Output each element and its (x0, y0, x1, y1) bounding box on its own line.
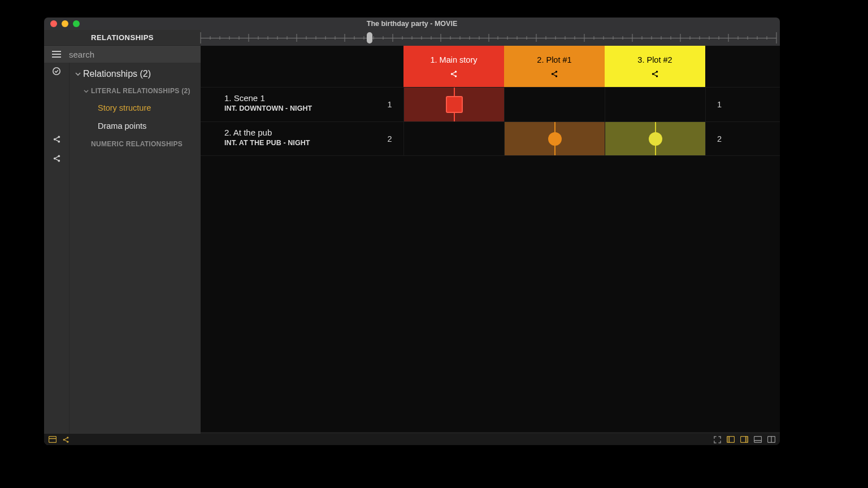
tree-item-label: Drama points (98, 121, 146, 130)
tree-group-numeric-label: NUMERIC RELATIONSHIPS (91, 140, 183, 148)
scene-marker-dot[interactable] (548, 132, 562, 146)
scene-number-left: 2 (376, 122, 403, 155)
ruler-knob[interactable] (367, 32, 372, 43)
scene-cell[interactable]: 1. Scene 1 INT. DOWNTOWN - NIGHT (201, 88, 376, 121)
tree-item-drama-points[interactable]: Drama points (70, 117, 201, 135)
share-icon[interactable] (62, 436, 70, 443)
scene-row: 2. At the pub INT. AT THE PUB - NIGHT 2 … (201, 121, 780, 156)
panel-right-icon[interactable] (740, 436, 748, 443)
scene-cell[interactable]: 2. At the pub INT. AT THE PUB - NIGHT (201, 122, 376, 155)
scene-row: 1. Scene 1 INT. DOWNTOWN - NIGHT 1 1 (201, 87, 780, 121)
share-icon[interactable] (53, 153, 61, 163)
tree-group-numeric[interactable]: NUMERIC RELATIONSHIPS (70, 136, 201, 152)
app-window: The birthday party - MOVIE RELATIONSHIPS (44, 18, 780, 445)
tree-root-label: Relationships (2) (83, 69, 151, 79)
share-icon (450, 70, 458, 78)
plot-header-label: 2. Plot #1 (537, 55, 571, 64)
sidebar: RELATIONSHIPS (44, 30, 201, 445)
share-icon (550, 70, 558, 78)
scene-number-right: 2 (705, 122, 733, 155)
plot-cell-plot-1[interactable] (504, 122, 605, 155)
plot-cell-plot-2[interactable] (605, 122, 705, 155)
sidebar-panel-title: RELATIONSHIPS (44, 30, 201, 46)
scene-number-left: 1 (376, 88, 403, 121)
fullscreen-icon[interactable] (714, 436, 721, 443)
scene-title: 1. Scene 1 (224, 93, 376, 103)
target-icon[interactable] (52, 66, 61, 76)
tree-item-story-structure[interactable]: Story structure (70, 99, 201, 117)
relationship-grid: 1. Main story 2. Plot #1 3. Plot #2 (201, 46, 780, 156)
plot-header-plot-2[interactable]: 3. Plot #2 (605, 46, 705, 87)
plot-header-label: 1. Main story (431, 55, 478, 64)
share-icon[interactable] (53, 134, 61, 144)
panel-split-icon[interactable] (767, 436, 775, 443)
svg-rect-25 (754, 436, 762, 442)
tree-group-literal-label: LITERAL RELATIONSHIPS (2) (91, 87, 190, 95)
plot-cell-plot-1[interactable] (504, 88, 605, 121)
timeline-ruler[interactable] (201, 30, 780, 46)
plot-cell-main-story[interactable] (403, 122, 504, 155)
menu-icon[interactable] (44, 51, 69, 58)
status-bar (44, 434, 780, 445)
grid-header: 1. Main story 2. Plot #1 3. Plot #2 (201, 46, 780, 87)
share-icon (651, 70, 659, 78)
tree-item-label: Story structure (98, 103, 151, 112)
scene-slug: INT. DOWNTOWN - NIGHT (224, 104, 376, 112)
plot-cell-plot-2[interactable] (605, 88, 705, 121)
chevron-down-icon (73, 71, 83, 77)
window-title: The birthday party - MOVIE (44, 20, 780, 28)
plot-header-main-story[interactable]: 1. Main story (403, 46, 504, 87)
scene-marker-square[interactable] (446, 96, 463, 113)
main-area: 1. Main story 2. Plot #1 3. Plot #2 (201, 30, 780, 445)
plot-header-plot-1[interactable]: 2. Plot #1 (504, 46, 605, 87)
scene-slug: INT. AT THE PUB - NIGHT (224, 139, 376, 147)
tree-root[interactable]: Relationships (2) (70, 65, 201, 83)
plot-cell-main-story[interactable] (403, 88, 504, 121)
search-input[interactable] (69, 50, 201, 59)
search-row (44, 46, 201, 63)
layout-icon[interactable] (49, 436, 57, 443)
tree-group-literal[interactable]: LITERAL RELATIONSHIPS (2) (70, 83, 201, 99)
svg-rect-17 (49, 436, 57, 442)
scene-marker-dot[interactable] (649, 132, 662, 146)
chevron-down-icon (81, 89, 91, 94)
panel-bottom-icon[interactable] (754, 436, 762, 443)
panel-left-icon[interactable] (727, 436, 735, 443)
scene-number-right: 1 (705, 88, 733, 121)
scene-title: 2. At the pub (224, 128, 376, 137)
sidebar-gutter (44, 63, 69, 445)
plot-header-label: 3. Plot #2 (637, 55, 672, 64)
sidebar-tree: Relationships (2) LITERAL RELATIONSHIPS … (69, 63, 201, 445)
titlebar: The birthday party - MOVIE (44, 18, 780, 30)
